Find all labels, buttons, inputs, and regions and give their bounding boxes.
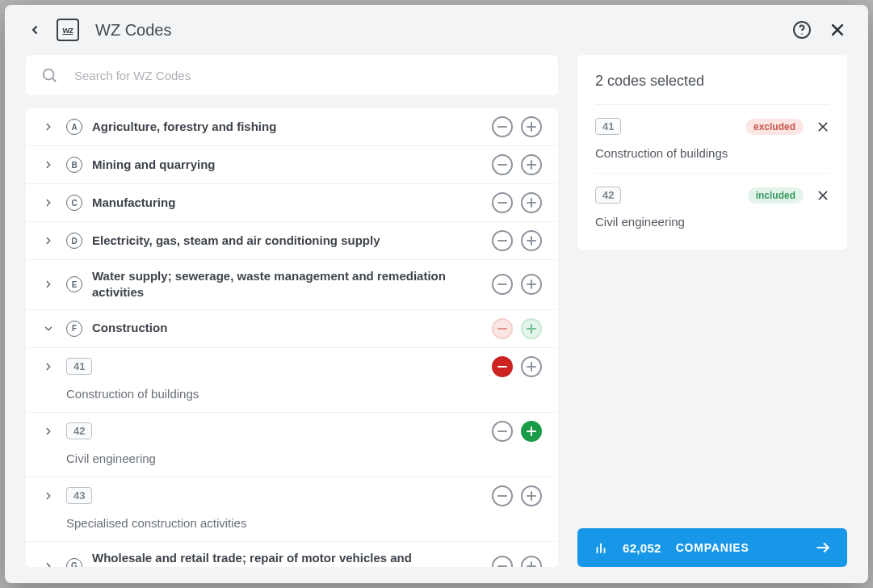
include-button[interactable]: [521, 154, 542, 175]
code-badge: 42: [595, 187, 621, 204]
chevron-right-icon: [40, 159, 57, 170]
exclude-button[interactable]: [492, 556, 513, 567]
back-button[interactable]: [24, 19, 45, 40]
companies-result-button[interactable]: 62,052 COMPANIES: [577, 528, 847, 567]
exclude-button[interactable]: [492, 192, 513, 213]
exclude-button[interactable]: [492, 154, 513, 175]
wz-codes-modal: wz WZ Codes AAgriculture, forestry and f…: [5, 5, 868, 583]
chevron-down-icon: [40, 323, 57, 334]
subcategory-label: Specialised construction activities: [66, 516, 542, 530]
modal-content: AAgriculture, forestry and fishingBMinin…: [5, 55, 868, 583]
subcategory-label: Construction of buildings: [66, 387, 542, 401]
category-letter: E: [66, 276, 82, 292]
search-input[interactable]: [73, 68, 544, 83]
modal-title: WZ Codes: [95, 21, 779, 40]
exclude-button[interactable]: [492, 116, 513, 137]
help-button[interactable]: [791, 19, 813, 41]
include-button[interactable]: [521, 356, 542, 377]
category-letter: F: [66, 321, 82, 337]
code-badge: 42: [66, 422, 92, 439]
search-icon: [40, 66, 58, 84]
subcategory-row[interactable]: 41Construction of buildings: [26, 348, 556, 413]
result-label: COMPANIES: [676, 541, 749, 554]
chevron-right-icon: [40, 121, 57, 132]
exclude-button[interactable]: [492, 485, 513, 506]
exclude-button[interactable]: [492, 318, 513, 339]
category-letter: D: [66, 233, 82, 249]
selected-code-desc: Construction of buildings: [595, 146, 829, 160]
selected-code-item: 42includedCivil engineering: [595, 173, 829, 242]
chevron-right-icon: [40, 361, 57, 372]
remove-selection-button[interactable]: [816, 120, 829, 133]
category-row[interactable]: FConstruction: [26, 310, 556, 348]
category-label: Construction: [92, 320, 482, 336]
svg-line-5: [52, 78, 57, 82]
wz-logo: wz: [57, 19, 79, 41]
selection-card: 2 codes selected 41excludedConstruction …: [577, 55, 847, 250]
category-letter: C: [66, 195, 82, 211]
chevron-right-icon: [40, 490, 57, 502]
chevron-right-icon: [40, 561, 57, 567]
status-pill: included: [748, 187, 804, 204]
include-button[interactable]: [521, 421, 542, 442]
status-pill: excluded: [745, 119, 804, 135]
close-icon: [816, 120, 829, 133]
selected-code-desc: Civil engineering: [595, 215, 829, 229]
exclude-button[interactable]: [492, 274, 513, 295]
include-button[interactable]: [521, 116, 542, 137]
include-button[interactable]: [521, 485, 542, 506]
category-letter: G: [66, 558, 82, 567]
category-row[interactable]: AAgriculture, forestry and fishing: [26, 108, 556, 146]
category-label: Electricity, gas, steam and air conditio…: [92, 233, 482, 249]
category-label: Agriculture, forestry and fishing: [92, 119, 482, 135]
include-button[interactable]: [521, 192, 542, 213]
category-row[interactable]: DElectricity, gas, steam and air conditi…: [26, 222, 556, 260]
category-label: Manufacturing: [92, 195, 482, 211]
help-icon: [792, 20, 812, 40]
code-tree[interactable]: AAgriculture, forestry and fishingBMinin…: [26, 108, 558, 567]
category-letter: B: [66, 157, 82, 173]
result-count: 62,052: [623, 541, 661, 555]
code-badge: 41: [595, 118, 621, 135]
include-button[interactable]: [521, 556, 542, 567]
search-bar: [26, 55, 558, 95]
category-label: Water supply; sewerage, waste management…: [92, 268, 482, 301]
category-label: Mining and quarrying: [92, 157, 482, 173]
chevron-right-icon: [40, 426, 57, 437]
bar-chart-icon: [594, 540, 608, 555]
chevron-left-icon: [28, 23, 41, 36]
category-row[interactable]: CManufacturing: [26, 184, 556, 222]
chevron-right-icon: [40, 197, 57, 208]
code-badge: 43: [66, 487, 92, 504]
close-icon: [816, 189, 829, 202]
left-column: AAgriculture, forestry and fishingBMinin…: [26, 55, 558, 567]
include-button[interactable]: [521, 230, 542, 251]
selection-title: 2 codes selected: [595, 73, 829, 90]
selected-code-item: 41excludedConstruction of buildings: [595, 104, 829, 173]
subcategory-label: Civil engineering: [66, 452, 542, 465]
right-column: 2 codes selected 41excludedConstruction …: [577, 55, 847, 567]
modal-header: wz WZ Codes: [5, 5, 868, 55]
category-label: Wholesale and retail trade; repair of mo…: [92, 550, 482, 568]
category-row[interactable]: GWholesale and retail trade; repair of m…: [26, 542, 556, 568]
exclude-button[interactable]: [492, 421, 513, 442]
include-button[interactable]: [521, 274, 542, 295]
code-badge: 41: [66, 358, 92, 375]
category-row[interactable]: BMining and quarrying: [26, 146, 556, 184]
arrow-right-icon: [815, 540, 831, 556]
subcategory-row[interactable]: 42Civil engineering: [26, 413, 556, 477]
category-row[interactable]: EWater supply; sewerage, waste managemen…: [26, 260, 556, 310]
chevron-right-icon: [40, 235, 57, 246]
close-icon: [829, 22, 846, 38]
svg-point-4: [44, 69, 54, 80]
include-button[interactable]: [521, 318, 542, 339]
category-letter: A: [66, 119, 82, 135]
subcategory-row[interactable]: 43Specialised construction activities: [26, 477, 556, 542]
remove-selection-button[interactable]: [816, 189, 829, 202]
svg-point-1: [801, 33, 803, 35]
chevron-right-icon: [40, 279, 57, 290]
close-modal-button[interactable]: [826, 19, 849, 41]
exclude-button[interactable]: [492, 356, 513, 377]
exclude-button[interactable]: [492, 230, 513, 251]
